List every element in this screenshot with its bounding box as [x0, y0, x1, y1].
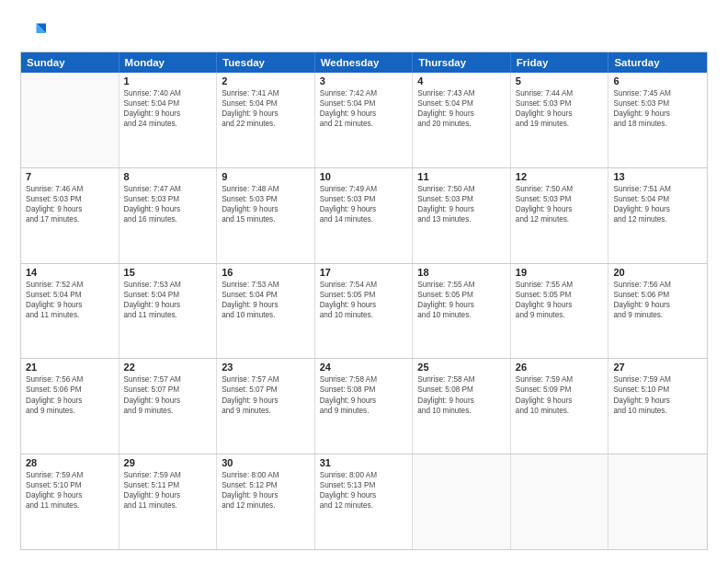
- calendar-row: 7Sunrise: 7:46 AMSunset: 5:03 PMDaylight…: [21, 168, 707, 264]
- day-number: 13: [613, 171, 702, 182]
- logo: [20, 20, 50, 46]
- calendar-cell: 30Sunrise: 8:00 AMSunset: 5:12 PMDayligh…: [217, 454, 315, 549]
- day-number: 25: [417, 362, 506, 373]
- cell-info: Sunrise: 7:41 AMSunset: 5:04 PMDaylight:…: [222, 88, 310, 129]
- cell-info: Sunrise: 7:59 AMSunset: 5:10 PMDaylight:…: [613, 374, 702, 415]
- weekday-header: Thursday: [413, 52, 511, 73]
- calendar-cell: [511, 454, 609, 549]
- cell-info: Sunrise: 7:59 AMSunset: 5:09 PMDaylight:…: [516, 374, 604, 415]
- calendar-cell: 20Sunrise: 7:56 AMSunset: 5:06 PMDayligh…: [609, 264, 707, 359]
- calendar-cell: 6Sunrise: 7:45 AMSunset: 5:03 PMDaylight…: [609, 73, 707, 167]
- cell-info: Sunrise: 7:58 AMSunset: 5:08 PMDaylight:…: [320, 374, 408, 415]
- cell-info: Sunrise: 7:58 AMSunset: 5:08 PMDaylight:…: [417, 374, 506, 415]
- day-number: 16: [222, 267, 310, 278]
- day-number: 17: [320, 267, 408, 278]
- calendar-cell: [609, 454, 707, 549]
- cell-info: Sunrise: 7:57 AMSunset: 5:07 PMDaylight:…: [222, 374, 310, 415]
- cell-info: Sunrise: 7:53 AMSunset: 5:04 PMDaylight:…: [124, 280, 212, 320]
- cell-info: Sunrise: 7:57 AMSunset: 5:07 PMDaylight:…: [124, 374, 212, 415]
- weekday-header: Friday: [511, 52, 609, 73]
- cell-info: Sunrise: 7:49 AMSunset: 5:03 PMDaylight:…: [320, 184, 408, 224]
- cell-info: Sunrise: 7:55 AMSunset: 5:05 PMDaylight:…: [516, 280, 604, 320]
- day-number: 1: [124, 75, 212, 86]
- weekday-header: Tuesday: [217, 52, 315, 73]
- calendar-cell: 24Sunrise: 7:58 AMSunset: 5:08 PMDayligh…: [315, 359, 414, 454]
- calendar-cell: 13Sunrise: 7:51 AMSunset: 5:04 PMDayligh…: [609, 168, 707, 263]
- cell-info: Sunrise: 7:53 AMSunset: 5:04 PMDaylight:…: [222, 280, 310, 320]
- cell-info: Sunrise: 7:59 AMSunset: 5:10 PMDaylight:…: [26, 470, 114, 511]
- weekday-header: Wednesday: [315, 52, 414, 73]
- calendar-cell: 18Sunrise: 7:55 AMSunset: 5:05 PMDayligh…: [413, 264, 511, 359]
- day-number: 11: [417, 171, 506, 182]
- calendar-cell: 5Sunrise: 7:44 AMSunset: 5:03 PMDaylight…: [511, 73, 609, 167]
- cell-info: Sunrise: 7:43 AMSunset: 5:04 PMDaylight:…: [417, 88, 506, 129]
- day-number: 5: [516, 75, 604, 86]
- logo-icon: [20, 20, 46, 46]
- calendar-page: SundayMondayTuesdayWednesdayThursdayFrid…: [0, 0, 728, 563]
- calendar-row: 1Sunrise: 7:40 AMSunset: 5:04 PMDaylight…: [21, 73, 707, 168]
- day-number: 30: [222, 457, 310, 468]
- calendar-cell: 22Sunrise: 7:57 AMSunset: 5:07 PMDayligh…: [119, 359, 218, 454]
- header: [20, 17, 708, 46]
- cell-info: Sunrise: 7:54 AMSunset: 5:05 PMDaylight:…: [320, 280, 408, 320]
- calendar-cell: 27Sunrise: 7:59 AMSunset: 5:10 PMDayligh…: [609, 359, 707, 454]
- calendar-cell: [21, 73, 119, 167]
- calendar-row: 14Sunrise: 7:52 AMSunset: 5:04 PMDayligh…: [21, 264, 707, 360]
- day-number: 9: [222, 171, 310, 182]
- day-number: 10: [320, 171, 408, 182]
- cell-info: Sunrise: 7:44 AMSunset: 5:03 PMDaylight:…: [516, 88, 604, 129]
- day-number: 29: [124, 457, 212, 468]
- calendar-cell: 9Sunrise: 7:48 AMSunset: 5:03 PMDaylight…: [217, 168, 315, 263]
- day-number: 4: [417, 75, 506, 86]
- day-number: 28: [26, 457, 114, 468]
- cell-info: Sunrise: 7:40 AMSunset: 5:04 PMDaylight:…: [124, 88, 212, 129]
- day-number: 21: [26, 362, 114, 373]
- day-number: 7: [26, 171, 114, 182]
- day-number: 19: [516, 267, 604, 278]
- cell-info: Sunrise: 8:00 AMSunset: 5:12 PMDaylight:…: [222, 470, 310, 511]
- day-number: 14: [26, 267, 114, 278]
- cell-info: Sunrise: 7:56 AMSunset: 5:06 PMDaylight:…: [26, 374, 114, 415]
- weekday-header: Sunday: [21, 52, 119, 73]
- calendar-cell: 17Sunrise: 7:54 AMSunset: 5:05 PMDayligh…: [315, 264, 414, 359]
- cell-info: Sunrise: 7:52 AMSunset: 5:04 PMDaylight:…: [26, 280, 114, 320]
- cell-info: Sunrise: 7:51 AMSunset: 5:04 PMDaylight:…: [613, 184, 702, 224]
- day-number: 26: [516, 362, 604, 373]
- cell-info: Sunrise: 7:47 AMSunset: 5:03 PMDaylight:…: [124, 184, 212, 224]
- cell-info: Sunrise: 7:50 AMSunset: 5:03 PMDaylight:…: [516, 184, 604, 224]
- day-number: 8: [124, 171, 212, 182]
- calendar-cell: 14Sunrise: 7:52 AMSunset: 5:04 PMDayligh…: [21, 264, 119, 359]
- weekday-header: Saturday: [609, 52, 707, 73]
- day-number: 22: [124, 362, 212, 373]
- day-number: 18: [417, 267, 506, 278]
- day-number: 23: [222, 362, 310, 373]
- weekday-header: Monday: [119, 52, 218, 73]
- day-number: 27: [613, 362, 702, 373]
- cell-info: Sunrise: 7:42 AMSunset: 5:04 PMDaylight:…: [320, 88, 408, 129]
- calendar-cell: 29Sunrise: 7:59 AMSunset: 5:11 PMDayligh…: [119, 454, 218, 549]
- cell-info: Sunrise: 7:48 AMSunset: 5:03 PMDaylight:…: [222, 184, 310, 224]
- calendar-cell: 15Sunrise: 7:53 AMSunset: 5:04 PMDayligh…: [119, 264, 218, 359]
- calendar-cell: [413, 454, 511, 549]
- day-number: 20: [613, 267, 702, 278]
- calendar-cell: 31Sunrise: 8:00 AMSunset: 5:13 PMDayligh…: [315, 454, 414, 549]
- calendar-cell: 19Sunrise: 7:55 AMSunset: 5:05 PMDayligh…: [511, 264, 609, 359]
- calendar-body: 1Sunrise: 7:40 AMSunset: 5:04 PMDaylight…: [21, 73, 707, 549]
- day-number: 3: [320, 75, 408, 86]
- cell-info: Sunrise: 7:46 AMSunset: 5:03 PMDaylight:…: [26, 184, 114, 224]
- calendar: SundayMondayTuesdayWednesdayThursdayFrid…: [20, 52, 708, 550]
- calendar-cell: 3Sunrise: 7:42 AMSunset: 5:04 PMDaylight…: [315, 73, 414, 167]
- calendar-cell: 12Sunrise: 7:50 AMSunset: 5:03 PMDayligh…: [511, 168, 609, 263]
- calendar-cell: 7Sunrise: 7:46 AMSunset: 5:03 PMDaylight…: [21, 168, 119, 263]
- calendar-cell: 23Sunrise: 7:57 AMSunset: 5:07 PMDayligh…: [217, 359, 315, 454]
- cell-info: Sunrise: 8:00 AMSunset: 5:13 PMDaylight:…: [320, 470, 408, 511]
- calendar-cell: 10Sunrise: 7:49 AMSunset: 5:03 PMDayligh…: [315, 168, 414, 263]
- calendar-row: 21Sunrise: 7:56 AMSunset: 5:06 PMDayligh…: [21, 359, 707, 454]
- calendar-row: 28Sunrise: 7:59 AMSunset: 5:10 PMDayligh…: [21, 454, 707, 549]
- calendar-cell: 26Sunrise: 7:59 AMSunset: 5:09 PMDayligh…: [511, 359, 609, 454]
- day-number: 24: [320, 362, 408, 373]
- calendar-cell: 16Sunrise: 7:53 AMSunset: 5:04 PMDayligh…: [217, 264, 315, 359]
- day-number: 12: [516, 171, 604, 182]
- calendar-cell: 21Sunrise: 7:56 AMSunset: 5:06 PMDayligh…: [21, 359, 119, 454]
- calendar-cell: 25Sunrise: 7:58 AMSunset: 5:08 PMDayligh…: [413, 359, 511, 454]
